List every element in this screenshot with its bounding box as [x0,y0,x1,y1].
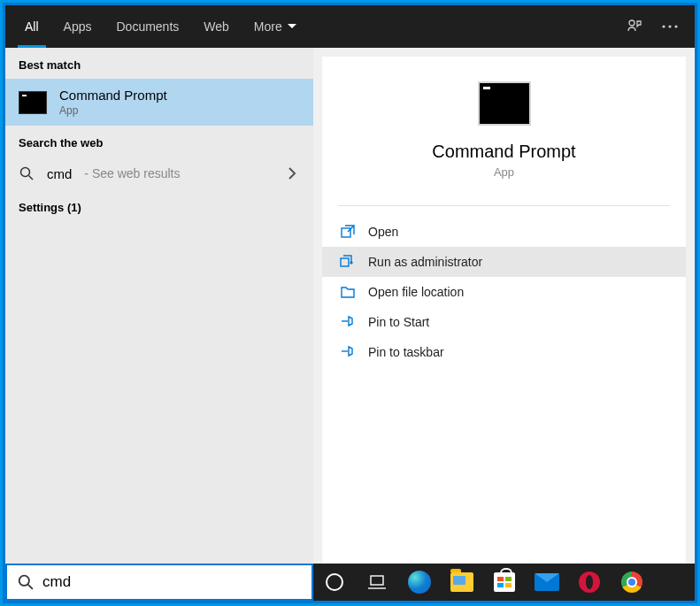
taskbar-edge[interactable] [402,564,437,600]
pin-start-icon [340,314,356,330]
opera-icon [579,571,600,593]
ellipsis-icon[interactable] [652,9,688,44]
svg-point-4 [21,168,30,177]
mail-icon [535,573,559,591]
preview-panel: Command Prompt App Open Run as administr… [322,57,686,564]
web-term: cmd [47,166,72,181]
preview-subtitle: App [494,165,514,179]
tab-more-label: More [254,19,282,34]
cmd-icon [19,91,47,114]
web-suffix: - See web results [84,166,180,180]
action-label: Pin to taskbar [368,345,444,359]
action-label: Pin to Start [368,315,429,329]
action-pin-start[interactable]: Pin to Start [322,307,686,337]
chevron-right-icon [288,167,300,180]
open-icon [340,224,356,240]
best-match-label: Best match [5,48,313,79]
svg-point-3 [674,25,677,27]
tab-more[interactable]: More [242,5,309,48]
preview-app-icon [478,81,531,126]
action-label: Open [368,225,398,239]
svg-point-2 [668,25,671,27]
file-explorer-icon [450,572,473,592]
settings-label[interactable]: Settings (1) [5,190,313,221]
action-label: Run as administrator [368,255,482,269]
folder-icon [340,284,356,300]
search-input[interactable] [42,573,301,591]
taskbar-store[interactable] [487,564,522,600]
divider [338,205,670,206]
action-pin-taskbar[interactable]: Pin to taskbar [322,337,686,367]
cortana-button[interactable] [317,564,352,600]
taskbar-mail[interactable] [529,564,565,600]
svg-line-9 [28,585,33,589]
chevron-down-icon [288,24,296,29]
best-match-item[interactable]: Command Prompt App [5,79,313,126]
results-column: Best match Command Prompt App Search the… [5,48,313,564]
feedback-icon[interactable] [617,9,652,44]
microsoft-store-icon [494,572,515,592]
action-run-admin[interactable]: Run as administrator [322,247,686,277]
action-label: Open file location [368,285,464,299]
taskbar-explorer[interactable] [444,564,480,600]
search-icon [19,165,35,181]
tab-documents[interactable]: Documents [104,5,191,48]
pin-taskbar-icon [340,344,356,360]
svg-rect-6 [342,228,350,237]
svg-line-5 [29,176,34,180]
action-open[interactable]: Open [322,217,686,247]
web-result-item[interactable]: cmd - See web results [5,157,313,190]
cortana-icon [326,573,343,591]
action-open-location[interactable]: Open file location [322,277,686,307]
match-title: Command Prompt [59,88,167,103]
tab-all[interactable]: All [12,5,51,48]
svg-point-1 [662,25,665,27]
tab-apps[interactable]: Apps [51,5,104,48]
svg-rect-10 [371,576,383,585]
svg-point-8 [19,576,29,586]
chrome-icon [621,571,642,593]
svg-rect-7 [341,258,349,266]
tab-web[interactable]: Web [191,5,242,48]
preview-title: Command Prompt [432,142,575,162]
search-box[interactable] [5,564,313,601]
search-web-label: Search the web [5,126,313,157]
match-subtitle: App [59,104,167,117]
taskbar [313,564,695,601]
taskbar-opera[interactable] [572,564,607,600]
search-icon [18,574,34,590]
admin-icon [340,254,356,270]
task-view-icon [368,575,386,589]
taskbar-chrome[interactable] [614,564,650,600]
task-view-button[interactable] [359,564,395,600]
svg-point-0 [629,20,635,26]
search-topbar: All Apps Documents Web More [5,5,695,48]
edge-icon [408,571,431,594]
